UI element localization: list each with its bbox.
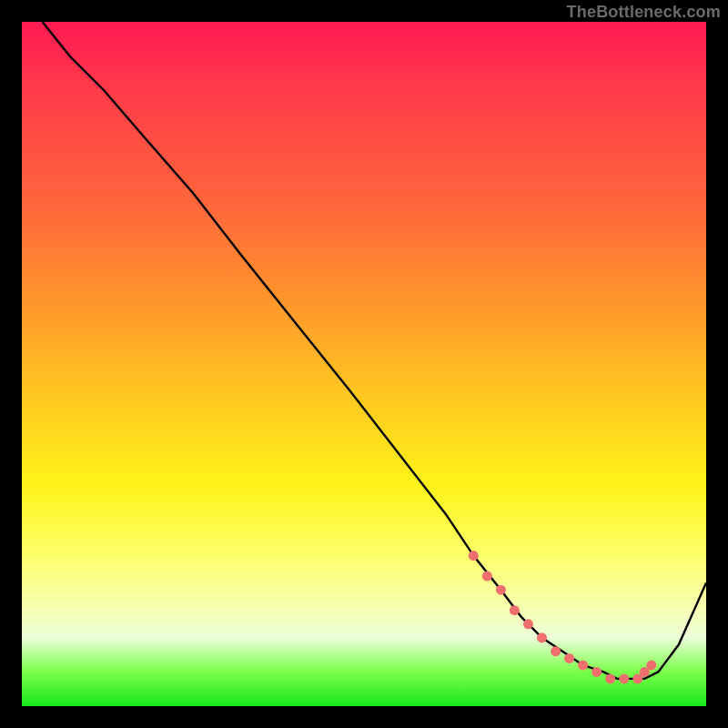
svg-point-5 — [537, 632, 547, 642]
svg-point-6 — [551, 646, 561, 656]
plot-area — [22, 22, 706, 706]
svg-point-4 — [523, 619, 533, 629]
svg-point-3 — [510, 605, 520, 615]
svg-point-10 — [605, 673, 615, 683]
svg-point-1 — [482, 571, 492, 581]
svg-point-11 — [619, 673, 629, 683]
chart-svg — [22, 22, 706, 706]
watermark-text: TheBottleneck.com — [567, 3, 721, 22]
curve-line — [43, 22, 706, 679]
svg-point-7 — [564, 653, 574, 663]
chart-frame: TheBottleneck.com — [0, 0, 728, 728]
highlight-dots — [469, 551, 657, 683]
svg-point-8 — [578, 660, 588, 670]
svg-point-2 — [496, 585, 506, 595]
svg-point-0 — [469, 551, 479, 561]
svg-point-14 — [646, 660, 656, 670]
svg-point-9 — [592, 667, 602, 677]
